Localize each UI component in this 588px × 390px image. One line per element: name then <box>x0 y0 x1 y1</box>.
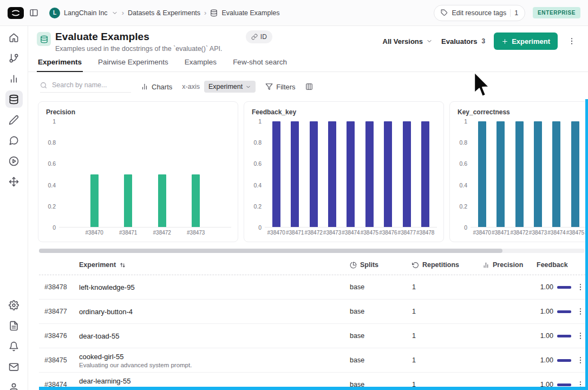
tab-pairwise-experiments[interactable]: Pairwise Experiments <box>97 58 169 72</box>
x-axis-tick-label: #38472 <box>510 230 528 236</box>
feedback-value: 1.00 <box>540 283 553 291</box>
scrollbar-thumb[interactable] <box>39 249 502 253</box>
chart-bar[interactable] <box>90 174 99 227</box>
search-box[interactable] <box>40 81 131 93</box>
org-avatar[interactable]: L <box>49 8 60 18</box>
table-row[interactable]: #38477 ordinary-button-4 base 1 1.00 <box>39 300 588 324</box>
sidebar-item-dashboards[interactable] <box>5 70 23 87</box>
chart-bar[interactable] <box>158 174 166 227</box>
x-axis-tick-label: #38476 <box>379 230 397 236</box>
evaluators-button[interactable]: Evaluators 3 <box>441 37 485 46</box>
experiments-table: Experiment Splits Repetitions Precision … <box>39 255 588 390</box>
chart-bar[interactable] <box>403 121 411 227</box>
chart-bar[interactable] <box>515 121 524 227</box>
chart-bar[interactable] <box>124 174 132 227</box>
edit-resource-tags-button[interactable]: Edit resource tags 1 <box>434 5 525 21</box>
feedback-distribution-bar <box>557 310 571 313</box>
sidebar-item-docs[interactable] <box>5 317 23 334</box>
chart-plot: 00.20.40.60.81 <box>456 121 588 227</box>
tab-experiments[interactable]: Experiments <box>37 58 83 72</box>
bar-slot <box>491 121 509 227</box>
breadcrumb-org[interactable]: LangChain Inc <box>64 9 108 17</box>
header-experiment[interactable]: Experiment <box>73 261 343 269</box>
search-input[interactable] <box>51 81 131 89</box>
header-menu-button[interactable] <box>566 36 577 47</box>
chart-icon <box>141 83 148 90</box>
sidebar-item-settings[interactable] <box>5 296 23 314</box>
header-precision[interactable]: Precision <box>476 261 530 269</box>
sidebar-item-annotations[interactable] <box>5 111 23 128</box>
x-axis-tick-label: #38477 <box>397 230 416 236</box>
sidebar-item-notifications[interactable] <box>5 337 23 355</box>
table-row[interactable]: #38476 dear-toad-55 base 1 1.00 <box>39 324 588 348</box>
chart-bar[interactable] <box>384 121 392 227</box>
sidebar-item-datasets[interactable] <box>5 90 23 108</box>
chart-bar[interactable] <box>272 121 280 227</box>
sidebar-item-tracing[interactable] <box>5 49 23 67</box>
charts-toggle-button[interactable]: Charts <box>141 83 172 91</box>
sidebar-item-mail[interactable] <box>5 358 23 375</box>
row-menu-button[interactable] <box>575 355 586 366</box>
experiment-id: #38475 <box>39 356 73 364</box>
breadcrumb-page[interactable]: Evaluate Examples <box>221 9 279 17</box>
x-axis-tick-label: #38471 <box>112 230 146 236</box>
x-axis-control: x-axis Experiment <box>182 81 256 93</box>
dots-icon <box>576 307 585 316</box>
tab-examples[interactable]: Examples <box>184 58 218 72</box>
collapse-sidebar-icon[interactable] <box>29 8 38 17</box>
x-axis-tick-label: #38474 <box>547 230 566 236</box>
experiment-name-cell[interactable]: cooked-girl-55 Evaluating our advanced s… <box>73 353 343 368</box>
tab-few-shot-search[interactable]: Few-shot search <box>232 58 288 72</box>
all-versions-dropdown[interactable]: All Versions <box>383 37 433 46</box>
sidebar-item-home[interactable] <box>5 29 23 46</box>
chart-bar[interactable] <box>310 121 318 227</box>
row-menu-button[interactable] <box>575 282 586 292</box>
chart-card-precision: Precision 00.20.40.60.81 #38470#38471#38… <box>38 101 238 242</box>
chart-bar[interactable] <box>421 121 429 227</box>
chart-bar[interactable] <box>571 121 579 227</box>
langsmith-logo[interactable] <box>8 7 24 19</box>
breadcrumb-section[interactable]: Datasets & Experiments <box>128 9 200 17</box>
columns-button[interactable] <box>305 83 313 90</box>
breadcrumb: L LangChain Inc › Datasets & Experiments… <box>49 8 279 18</box>
sidebar-item-playground[interactable] <box>5 152 23 170</box>
x-axis-select[interactable]: Experiment <box>204 81 256 93</box>
header-repetitions[interactable]: Repetitions <box>406 261 476 269</box>
dataset-type-icon <box>37 32 51 46</box>
chart-bar[interactable] <box>496 121 505 227</box>
horizontal-scrollbar[interactable] <box>39 249 585 253</box>
id-chip-button[interactable]: ID <box>246 30 272 43</box>
bar-slot <box>285 121 304 227</box>
x-axis-value: Experiment <box>208 83 243 90</box>
sidebar-item-user[interactable] <box>5 379 23 390</box>
experiment-name-cell[interactable]: left-knowledge-95 <box>73 283 343 291</box>
chevron-down-icon[interactable] <box>112 10 118 16</box>
page-header-actions: All Versions Evaluators 3 Experiment <box>383 30 577 50</box>
y-axis-tick: 0 <box>464 224 467 231</box>
chart-plot: 00.20.40.60.81 <box>251 121 437 227</box>
y-axis-tick: 0.6 <box>48 160 56 167</box>
filters-button[interactable]: Filters <box>265 83 295 91</box>
chart-bar[interactable] <box>328 121 336 227</box>
sidebar-item-deployments[interactable] <box>5 173 23 190</box>
experiment-name-cell[interactable]: ordinary-button-4 <box>73 308 343 316</box>
row-menu-button[interactable] <box>575 330 586 341</box>
header-feedback[interactable]: Feedback <box>530 261 572 269</box>
chart-bar[interactable] <box>552 121 560 227</box>
table-row[interactable]: #38478 left-knowledge-95 base 1 1.00 <box>39 275 588 300</box>
chart-bar[interactable] <box>192 174 200 227</box>
y-axis-tick: 0.4 <box>459 182 467 188</box>
sidebar-item-prompts[interactable] <box>5 132 23 149</box>
new-experiment-button[interactable]: Experiment <box>494 32 558 50</box>
row-menu-button[interactable] <box>575 306 586 317</box>
table-row[interactable]: #38475 cooked-girl-55 Evaluating our adv… <box>39 348 588 373</box>
chart-bar[interactable] <box>478 121 486 227</box>
chart-bar[interactable] <box>291 121 299 227</box>
breadcrumb-separator: › <box>204 9 206 17</box>
header-splits[interactable]: Splits <box>343 261 406 269</box>
chart-bar[interactable] <box>365 121 374 227</box>
experiment-name-cell[interactable]: dear-toad-55 <box>73 332 343 340</box>
chart-bar[interactable] <box>347 121 355 227</box>
dots-icon <box>576 332 585 340</box>
chart-bar[interactable] <box>534 121 542 227</box>
